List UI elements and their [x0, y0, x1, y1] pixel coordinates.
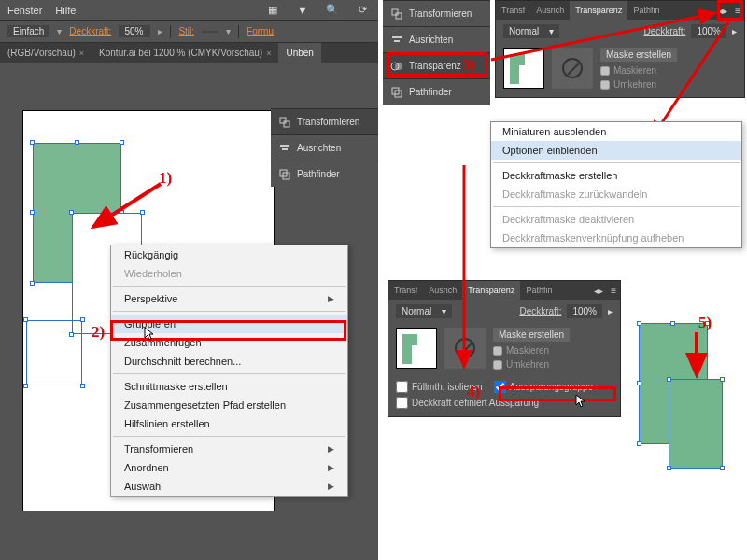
knockout-group-checkbox[interactable]: [494, 381, 506, 393]
ctx-undo[interactable]: Rückgängig: [111, 245, 347, 264]
make-mask-button[interactable]: Maske erstellen: [493, 328, 570, 342]
fly-maske-deakt: Deckkraftmaske deaktivieren: [491, 210, 741, 229]
clip-checkbox: [493, 346, 502, 356]
svg-rect-2: [280, 145, 289, 147]
panel-tab-pathfinder[interactable]: Pathfinder: [271, 161, 378, 187]
object-thumbnail[interactable]: [396, 328, 437, 369]
tab-ausrich[interactable]: Ausrich: [423, 281, 462, 300]
panel-dock: Transformieren Ausrichten Pathfinder: [271, 108, 378, 187]
panel-tab-ausrichten-r[interactable]: Ausrichten: [383, 26, 490, 52]
fly-maske-zuruck: Deckkraftmaske zurückwandeln: [491, 185, 741, 203]
transparency-panel-collapsed: Transf Ausrich Transparenz Pathfin ◂▸ ≡ …: [495, 0, 745, 98]
cursor-icon: [575, 394, 586, 409]
opacity-value[interactable]: 100%: [691, 24, 726, 38]
document-tabs: (RGB/Vorschau)× Kontur.ai bei 1200 % (CM…: [0, 43, 378, 63]
collapse-icon[interactable]: ◂▸: [590, 286, 607, 296]
callout-5: 5): [698, 314, 712, 332]
sync-icon[interactable]: ⟳: [354, 2, 371, 19]
svg-rect-10: [394, 40, 400, 42]
mask-thumbnail[interactable]: [444, 328, 486, 369]
no-mask-icon: [455, 338, 475, 358]
ctx-anordnen[interactable]: Anordnen▶: [111, 458, 347, 477]
style-swatch[interactable]: [202, 31, 218, 33]
ctx-transformieren[interactable]: Transformieren▶: [111, 440, 347, 458]
tab-transparenz[interactable]: Transparenz: [570, 1, 627, 20]
region-divider: [379, 0, 383, 560]
ctx-pfad[interactable]: Zusammengesetzten Pfad erstellen: [111, 396, 347, 414]
flyout-menu-icon[interactable]: ≡: [731, 6, 744, 16]
ctx-schnittmaske[interactable]: Schnittmaske erstellen: [111, 377, 347, 396]
ctx-perspektive[interactable]: Perspektive▶: [111, 289, 347, 308]
panel-dock-right: Transformieren Ausrichten Transparenz Pa…: [383, 0, 490, 105]
svg-rect-8: [396, 13, 402, 19]
callout-2: 2): [92, 323, 105, 342]
invert-checkbox: [493, 360, 502, 370]
fly-miniaturen[interactable]: Miniaturen ausblenden: [491, 122, 741, 141]
result-preview: [631, 289, 741, 504]
transform-icon: [390, 7, 403, 21]
ctx-hilfslinien[interactable]: Hilfslinien erstellen: [111, 414, 347, 433]
svg-rect-7: [392, 9, 398, 15]
panel-tab-pathfinder-r[interactable]: Pathfinder: [383, 78, 490, 105]
isolate-blending-checkbox[interactable]: [396, 381, 408, 393]
invert-checkbox: [600, 80, 610, 90]
blend-mode-dropdown[interactable]: Normal▾: [396, 304, 452, 318]
selected-shape-outline[interactable]: [26, 320, 82, 385]
svg-rect-0: [280, 118, 286, 123]
tab-transparenz[interactable]: Transparenz: [462, 281, 520, 300]
svg-rect-1: [284, 121, 289, 127]
flyout-menu-icon[interactable]: ≡: [607, 286, 620, 296]
make-mask-button[interactable]: Maske erstellen: [600, 48, 677, 62]
panel-tab-transformieren[interactable]: Transformieren: [271, 108, 378, 134]
tab-transf[interactable]: Transf: [496, 1, 530, 20]
panel-tab-transformieren-r[interactable]: Transformieren: [383, 0, 490, 26]
transform-icon: [278, 116, 291, 129]
panel-flyout-menu: Miniaturen ausblenden Optionen einblende…: [490, 121, 742, 248]
collapse-icon[interactable]: ◂▸: [714, 6, 731, 16]
menu-fenster[interactable]: Fenster: [7, 5, 42, 16]
panel-tab-ausrichten[interactable]: Ausrichten: [271, 134, 378, 161]
align-icon: [278, 142, 291, 155]
cursor-icon: [144, 327, 155, 342]
tab-ausrich[interactable]: Ausrich: [530, 1, 570, 20]
menubar: Fenster Hilfe ▦ ▼ 🔍 ⟳: [0, 0, 378, 21]
stroke-profile[interactable]: Einfach: [7, 25, 49, 37]
doc-tab-1[interactable]: (RGB/Vorschau)×: [0, 43, 92, 63]
style-label: Stil:: [178, 26, 194, 36]
workspace-icon[interactable]: ▦: [264, 2, 281, 19]
ctx-durchschnitt[interactable]: Durchschnitt berechnen...: [111, 352, 347, 371]
clip-checkbox: [600, 66, 610, 76]
transparency-icon: [390, 60, 403, 73]
pathfinder-icon: [390, 86, 403, 99]
fly-optionen[interactable]: Optionen einblenden: [491, 141, 741, 160]
close-icon[interactable]: ×: [266, 49, 271, 58]
opacity-value[interactable]: 100%: [567, 304, 602, 318]
blend-mode-dropdown[interactable]: Normal▾: [503, 24, 559, 38]
opacity-label: Deckkraft:: [519, 306, 561, 316]
form-label[interactable]: Formu: [247, 26, 274, 36]
mask-thumbnail[interactable]: [552, 48, 593, 89]
tab-transf[interactable]: Transf: [388, 281, 423, 300]
options-toolbar: Einfach▾ Deckkraft: 50%▸ Stil: ▾ Formu: [0, 21, 378, 43]
object-thumbnail[interactable]: [503, 48, 544, 89]
search-icon[interactable]: 🔍: [324, 2, 341, 19]
align-icon: [390, 34, 403, 47]
tab-pathfin[interactable]: Pathfin: [520, 281, 557, 300]
context-menu: Rückgängig Wiederholen Perspektive▶ Grup…: [110, 245, 348, 497]
fly-maske-verkn: Deckkraftmaskenverknüpfung aufheben: [491, 229, 741, 247]
svg-point-12: [395, 63, 402, 70]
ctx-redo: Wiederholen: [111, 264, 347, 283]
opacity-value[interactable]: 50%: [119, 25, 150, 37]
close-icon[interactable]: ×: [79, 49, 84, 58]
doc-tab-3[interactable]: Unben: [278, 43, 320, 63]
tab-pathfin[interactable]: Pathfin: [627, 1, 665, 20]
menu-hilfe[interactable]: Hilfe: [55, 5, 76, 16]
doc-tab-2[interactable]: Kontur.ai bei 1200 % (CMYK/Vorschau)×: [92, 43, 278, 63]
opacity-defines-knockout-checkbox[interactable]: [396, 397, 408, 409]
callout-4: 4): [467, 383, 480, 401]
layout-icon[interactable]: ▼: [294, 2, 311, 19]
ctx-auswahl[interactable]: Auswahl▶: [111, 477, 347, 496]
opacity-label: Deckkraft:: [643, 26, 685, 36]
svg-rect-3: [282, 148, 288, 150]
fly-maske-erstellen[interactable]: Deckkraftmaske erstellen: [491, 166, 741, 185]
